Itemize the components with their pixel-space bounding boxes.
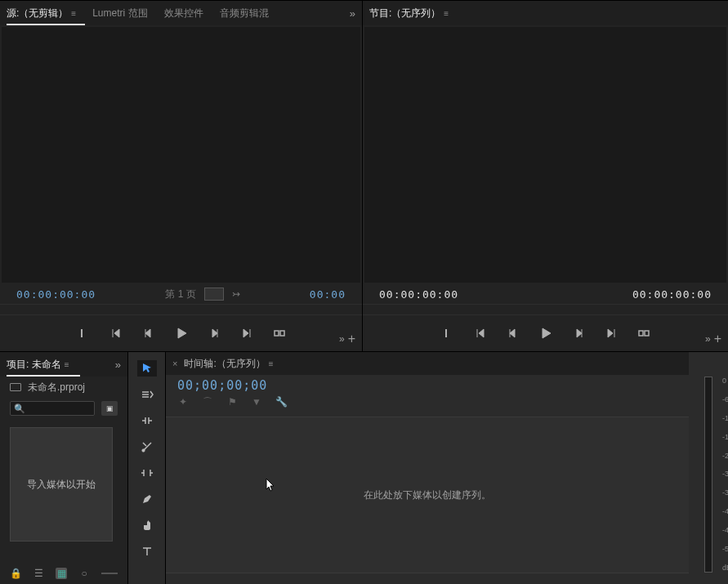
meter-scale-labels: 0 -6 -12 -18 -24 -30 -36 -42 -48 -54 dB <box>722 377 728 572</box>
hand-tool[interactable] <box>137 517 157 533</box>
type-tool[interactable] <box>137 543 157 559</box>
go-to-out-button[interactable] <box>239 326 254 341</box>
tabs-overflow-icon[interactable]: » <box>350 7 355 20</box>
audio-meter[interactable]: 0 -6 -12 -18 -24 -30 -36 -42 -48 -54 dB <box>704 377 712 573</box>
close-tab-icon[interactable]: × <box>172 359 177 368</box>
source-fit-indicator[interactable]: 第 1 页 ↣ <box>165 288 239 301</box>
project-tabs: 项目: 未命名 ≡ » <box>0 352 127 377</box>
track-select-tool[interactable] <box>137 386 157 403</box>
settings-icon[interactable]: 🔧 <box>275 396 287 408</box>
svg-rect-2 <box>639 331 643 336</box>
page-label: 第 1 页 <box>165 288 195 301</box>
tab-timeline[interactable]: 时间轴:（无序列） ≡ <box>184 357 273 371</box>
lower-row: 项目: 未命名 ≡ » 未命名.prproj 🔍 ▣ 导入媒体以开始 <box>0 351 728 584</box>
tab-source-label: 源:（无剪辑） <box>7 7 68 20</box>
meter-label: -36 <box>722 489 728 497</box>
play-button[interactable] <box>538 326 553 341</box>
project-bin-area[interactable]: 导入媒体以开始 <box>0 419 127 563</box>
program-transport-overflow[interactable]: » + <box>705 332 721 346</box>
search-input[interactable]: 🔍 <box>10 401 95 416</box>
tools-panel <box>128 352 166 584</box>
step-back-button[interactable] <box>506 326 520 341</box>
step-forward-button[interactable] <box>571 326 586 341</box>
panel-menu-icon[interactable]: ≡ <box>71 9 76 18</box>
panel-menu-icon[interactable]: ≡ <box>269 359 274 368</box>
tab-program[interactable]: 节目:（无序列） ≡ <box>369 7 449 20</box>
slip-tool[interactable] <box>137 465 157 481</box>
tab-project[interactable]: 项目: 未命名 ≡ <box>7 358 69 372</box>
step-forward-button[interactable] <box>207 326 221 341</box>
project-filename: 未命名.prproj <box>28 381 85 395</box>
program-timecode-right[interactable]: 00:00:00:00 <box>632 288 712 301</box>
program-monitor-panel: 节目:（无序列） ≡ 00:00:00:00 00:00:00:00 <box>363 1 728 351</box>
tabs-overflow-icon[interactable]: » <box>115 359 121 371</box>
selection-tool[interactable] <box>137 360 157 377</box>
program-transport: » + <box>363 315 728 351</box>
insert-button[interactable] <box>272 326 287 341</box>
lift-button[interactable] <box>636 326 651 341</box>
icon-view-button[interactable]: ▦ <box>56 568 67 579</box>
meter-label: dB <box>722 564 728 572</box>
linked-selection-icon[interactable]: ⌒ <box>202 396 213 408</box>
tab-source[interactable]: 源:（无剪辑） ≡ <box>7 7 76 20</box>
ripple-edit-tool[interactable] <box>137 412 157 429</box>
cursor-icon <box>266 478 275 493</box>
source-timecode-row: 00:00:00:00 第 1 页 ↣ 00:00 <box>0 284 362 304</box>
timeline-scrollbar[interactable] <box>166 573 689 584</box>
mark-in-button[interactable] <box>76 326 91 341</box>
timeline-panel: × 时间轴:（无序列） ≡ 00;00;00;00 ✦ ⌒ ⚑ ▼ 🔧 在此处放 <box>166 352 689 584</box>
source-monitor-view[interactable] <box>2 27 360 283</box>
search-icon: 🔍 <box>14 403 25 414</box>
source-timecode-left[interactable]: 00:00:00:00 <box>16 288 96 301</box>
source-timecode-right[interactable]: 00:00 <box>310 288 346 301</box>
app-root: 源:（无剪辑） ≡ Lumetri 范围 效果控件 音频剪辑混 » 00:00:… <box>0 0 728 584</box>
chevron-right-icon: » <box>705 333 711 345</box>
write-lock-icon[interactable]: 🔒 <box>10 568 21 579</box>
source-transport: » + <box>0 315 362 351</box>
program-timecode-row: 00:00:00:00 00:00:00:00 <box>363 284 728 304</box>
timeline-tabs: × 时间轴:（无序列） ≡ <box>166 352 689 375</box>
marker-icon[interactable]: ⚑ <box>226 396 238 408</box>
monitor-row: 源:（无剪辑） ≡ Lumetri 范围 效果控件 音频剪辑混 » 00:00:… <box>0 0 728 351</box>
snap-icon[interactable]: ✦ <box>177 396 189 408</box>
chevron-right-icon: » <box>339 333 345 345</box>
meter-label: 0 <box>722 377 728 385</box>
svg-rect-0 <box>275 331 279 336</box>
source-time-ruler[interactable] <box>0 304 362 315</box>
tab-effect-controls[interactable]: 效果控件 <box>164 7 203 20</box>
timeline-toggle-icons: ✦ ⌒ ⚑ ▼ 🔧 <box>177 396 677 408</box>
filter-bins-button[interactable]: ▣ <box>101 401 118 416</box>
step-back-button[interactable] <box>141 326 156 341</box>
panel-menu-icon[interactable]: ≡ <box>65 360 69 369</box>
tab-lumetri[interactable]: Lumetri 范围 <box>92 7 147 20</box>
folder-icon <box>10 383 21 391</box>
tab-project-label: 项目: 未命名 <box>7 358 61 372</box>
razor-tool[interactable] <box>137 439 157 455</box>
tab-timeline-label: 时间轴:（无序列） <box>184 357 265 371</box>
timeline-header: 00;00;00;00 ✦ ⌒ ⚑ ▼ 🔧 <box>166 375 689 417</box>
list-view-button[interactable]: ☰ <box>33 568 44 579</box>
tab-audio-clip[interactable]: 音频剪辑混 <box>220 7 269 20</box>
project-file-row: 未命名.prproj <box>0 377 127 398</box>
program-time-ruler[interactable] <box>363 304 728 315</box>
svg-rect-4 <box>142 449 145 452</box>
timeline-drop-area[interactable]: 在此处放下媒体以创建序列。 <box>166 417 689 573</box>
project-footer: 🔒 ☰ ▦ ○ <box>0 563 127 584</box>
thumbnail-size-slider[interactable] <box>101 573 118 574</box>
play-button[interactable] <box>174 326 189 341</box>
program-panel-tabs: 节目:（无序列） ≡ <box>363 1 728 25</box>
source-transport-overflow[interactable]: » + <box>339 332 355 346</box>
go-to-in-button[interactable] <box>109 326 123 341</box>
source-monitor-panel: 源:（无剪辑） ≡ Lumetri 范围 效果控件 音频剪辑混 » 00:00:… <box>0 1 363 351</box>
panel-menu-icon[interactable]: ≡ <box>444 9 449 18</box>
freeform-view-button[interactable]: ○ <box>78 568 90 579</box>
go-to-in-button[interactable] <box>473 326 488 341</box>
go-to-out-button[interactable] <box>604 326 619 341</box>
mark-in-button[interactable] <box>440 326 455 341</box>
import-media-placeholder[interactable]: 导入媒体以开始 <box>10 427 113 542</box>
pen-tool[interactable] <box>137 491 157 507</box>
add-marker-icon[interactable]: ▼ <box>251 396 262 408</box>
program-monitor-view[interactable] <box>364 27 726 283</box>
program-timecode-left[interactable]: 00:00:00:00 <box>379 288 458 301</box>
timeline-timecode[interactable]: 00;00;00;00 <box>177 378 677 393</box>
